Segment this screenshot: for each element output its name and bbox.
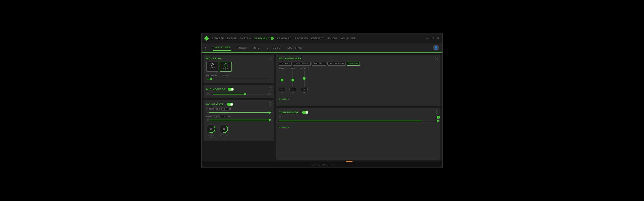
mic-in-label: MIC IN [223,68,228,70]
mic-in-button[interactable]: MIC IN [220,62,232,72]
threshold-unit: dB [229,108,231,110]
eq-show-more[interactable]: Show More [279,98,289,100]
treble-band: TREBLE dB [300,68,308,94]
monitor-slider[interactable] [213,93,264,95]
tab-effects[interactable]: EFFECTS [267,45,281,51]
preset-custom[interactable]: CUSTOM [347,62,360,66]
eq-bands: BASS dB MID [279,68,438,94]
mic-eq-title: MIC EQUALIZER [279,57,438,60]
streaming-badge: ● [271,37,274,40]
toggle-knob [231,88,233,90]
bass-slider[interactable] [282,70,282,87]
release-dial[interactable]: 02 [219,124,229,134]
threshold-slider[interactable] [209,111,270,114]
footer: RAZER AUDIO MIXER [202,162,442,167]
compressor-info[interactable]: i [435,110,438,114]
mid-input[interactable] [289,88,296,91]
monitor-high-label: HIGH [267,93,272,95]
right-panel: MIC EQUALIZER i DEFAULT RADIO VOICE BALA… [276,55,440,160]
threshold-input[interactable] [221,107,228,111]
tab-lighting[interactable]: LIGHTING [287,45,302,51]
mid-slider[interactable] [292,70,293,87]
reduction-input[interactable] [221,115,227,118]
threshold-row: THRESHOLD dB [206,107,271,111]
release-value: 02 [223,128,225,130]
treble-input[interactable] [301,88,308,91]
preset-mid-focused[interactable]: MID FOCUSED [327,62,346,66]
mic-setup-title: MIC SETUP [206,57,271,60]
mic-monitor-info[interactable]: i [269,87,272,90]
aux-in-button[interactable]: AUX IN [206,62,218,72]
threshold-label: THRESHOLD [206,108,220,110]
mic-eq-info[interactable]: i [435,57,438,60]
bass-input[interactable] [279,88,285,91]
tab-mic[interactable]: MIC [254,45,260,51]
bass-db-label: dB [281,92,283,94]
monitor-toggle[interactable] [228,88,234,91]
title-bar: SYNAPSE MOUSE SYSTEM STREAMING ● KEYBOAR… [202,34,442,43]
threshold-min: -60 [206,112,209,114]
reduction-slider[interactable] [209,119,270,121]
treble-db-label: dB [303,92,305,94]
noise-gate-toggle-row: NOISE GATE [206,103,271,106]
title-bar-right: — □ ✕ [426,37,440,40]
comp-show-more[interactable]: Show More [279,126,289,128]
treble-slider[interactable] [304,70,305,87]
bass-band: BASS dB [279,68,285,94]
maximize-button[interactable]: □ [431,37,434,40]
noise-gate-toggle[interactable] [227,103,233,106]
nav-visualizer[interactable]: VISUALIZER [340,37,356,40]
comp-value-label: -38 [279,116,281,118]
nav-profiles[interactable]: PROFILES [295,37,308,40]
noise-gate-toggle-knob [230,103,233,106]
close-button[interactable]: ✕ [436,37,440,40]
aux-icon [211,63,214,66]
reduction-row: REDUCTION dB [206,115,271,118]
compressor-toggle-knob [306,111,308,114]
minimize-button[interactable]: — [426,37,429,40]
monitor-toggle-row: MIC MONITOR [206,88,271,91]
footer-text: RAZER AUDIO MIXER [310,164,334,166]
attack-dial-container: 10 ATTACK(ms) [206,124,216,139]
preset-radio-voice[interactable]: RADIO VOICE [293,62,310,66]
tab-mixer[interactable]: MIXER [238,45,248,51]
back-button[interactable]: ‹ [205,46,206,50]
release-dial-container: 02 RELEASE(s) [219,124,229,139]
preset-balanced[interactable]: BALANCED [312,62,327,66]
nav-system[interactable]: SYSTEM [240,37,251,40]
main-content: MIC SETUP i AUX IN MIC IN MIC GAIN 0 % d… [202,53,442,162]
comp-badge: 0 [437,116,440,119]
mid-db-label: dB [292,92,294,94]
mic-monitor-card: i MIC MONITOR LOW HIGH [204,85,274,98]
nav-studio[interactable]: STUDIO [327,37,337,40]
nav-keyboard[interactable]: KEYBOARD [277,37,291,40]
mid-band: MID dB [289,68,296,94]
mic-setup-info[interactable]: i [269,57,272,60]
nav-synapse[interactable]: SYNAPSE [212,37,224,40]
left-panel: MIC SETUP i AUX IN MIC IN MIC GAIN 0 % d… [204,55,274,160]
gain-slider[interactable] [207,78,270,80]
compressor-toggle[interactable] [302,111,308,114]
nav-mouse[interactable]: MOUSE [227,37,237,40]
treble-label: TREBLE [300,68,308,70]
compressor-slider[interactable]: 0 [279,121,438,121]
razer-logo [204,36,209,41]
reduction-unit: dB [228,115,230,117]
reduction-label: REDUCTION [206,115,220,117]
compressor-slider-container: -38 0 [279,116,438,121]
aux-in-label: AUX IN [210,67,215,69]
user-avatar[interactable]: 👤 [433,45,439,51]
reduction-min: -60 [206,119,209,121]
noise-gate-info[interactable]: i [269,102,272,106]
mic-icon [224,63,227,67]
tab-customize[interactable]: CUSTOMIZE [213,45,231,51]
noise-gate-title: NOISE GATE [206,103,224,106]
title-bar-left: SYNAPSE MOUSE SYSTEM STREAMING ● KEYBOAR… [204,36,356,41]
bass-label: BASS [279,68,285,70]
nav-connect[interactable]: CONNECT [311,37,324,40]
nav-streaming[interactable]: STREAMING ● [254,37,274,40]
attack-dial[interactable]: 10 [206,124,216,134]
gain-row: MIC GAIN 0 % dB [206,74,271,76]
sub-nav: ‹ CUSTOMIZE MIXER MIC EFFECTS LIGHTING 👤 [202,43,442,53]
preset-default[interactable]: DEFAULT [279,62,292,66]
